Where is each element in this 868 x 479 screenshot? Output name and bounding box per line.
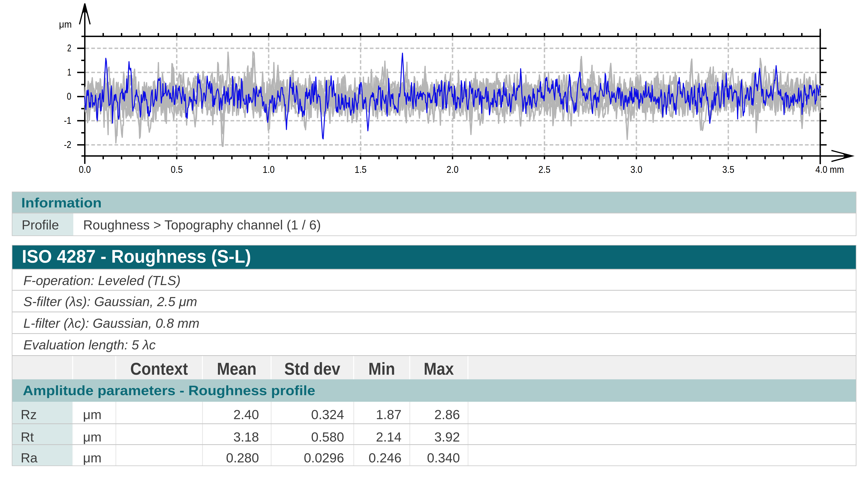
svg-text:4.0 mm: 4.0 mm bbox=[815, 164, 844, 175]
svg-text:2: 2 bbox=[67, 43, 71, 54]
svg-text:0: 0 bbox=[67, 91, 71, 102]
svg-text:2.5: 2.5 bbox=[538, 164, 551, 175]
svg-text:2.0: 2.0 bbox=[446, 164, 459, 175]
svg-text:-1: -1 bbox=[64, 115, 71, 126]
svg-text:3.5: 3.5 bbox=[722, 164, 734, 175]
svg-text:-2: -2 bbox=[64, 139, 71, 150]
svg-text:0.5: 0.5 bbox=[171, 164, 183, 175]
svg-text:0.0: 0.0 bbox=[79, 164, 91, 175]
svg-text:1: 1 bbox=[67, 67, 71, 78]
svg-text:1.0: 1.0 bbox=[262, 164, 275, 175]
svg-text:3.0: 3.0 bbox=[630, 164, 642, 175]
svg-text:μm: μm bbox=[59, 19, 72, 30]
svg-text:1.5: 1.5 bbox=[354, 164, 367, 175]
